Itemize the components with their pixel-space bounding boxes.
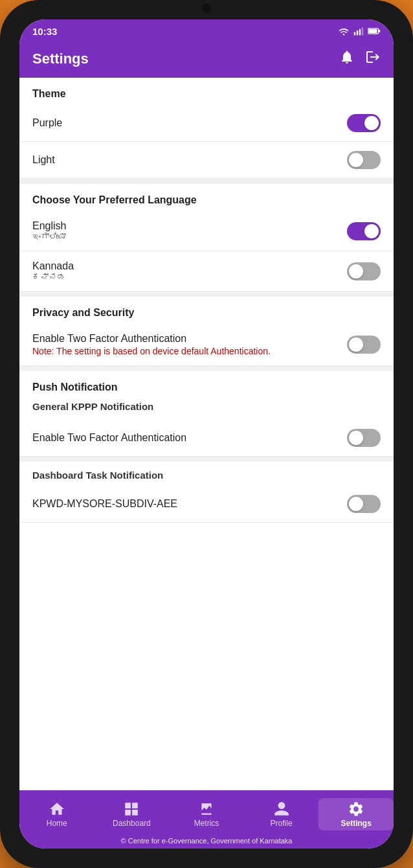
home-icon — [49, 801, 65, 817]
nav-item-home[interactable]: Home — [19, 798, 95, 830]
svg-rect-1 — [357, 30, 358, 35]
status-time: 10:33 — [32, 26, 57, 37]
battery-icon — [368, 27, 381, 35]
nav-item-profile[interactable]: Profile — [244, 798, 319, 830]
light-toggle-knob — [349, 153, 363, 167]
divider-2 — [19, 291, 394, 297]
english-label-block: English ಇಂಗ್ಲೀಷ್ — [32, 220, 66, 242]
bottom-nav: Home Dashboard Metrics Profile — [19, 790, 394, 836]
2fa-label-block: Enable Two Factor Authentication Note: T… — [32, 333, 271, 356]
divider-1 — [19, 179, 394, 184]
nav-label-settings: Settings — [341, 819, 372, 828]
status-bar: 10:33 — [19, 19, 394, 43]
setting-row-english: English ಇಂಗ್ಲೀಷ್ — [19, 211, 394, 251]
setting-row-2fa: Enable Two Factor Authentication Note: T… — [19, 324, 394, 366]
bottom-spacer — [19, 523, 394, 536]
kannada-toggle[interactable] — [347, 262, 381, 280]
light-toggle[interactable] — [347, 151, 381, 169]
nav-label-home: Home — [47, 819, 67, 828]
divider-3 — [19, 366, 394, 371]
page-title: Settings — [32, 51, 89, 67]
2fa-notif-toggle[interactable] — [347, 429, 381, 447]
nav-label-metrics: Metrics — [194, 819, 219, 828]
phone-screen: 10:33 — [19, 19, 394, 849]
profile-icon — [273, 801, 290, 817]
kannada-sublabel: ಕನ್ನಡ — [32, 272, 74, 282]
setting-row-2fa-notif: Enable Two Factor Authentication — [19, 420, 394, 457]
setting-row-kannada: Kannada ಕನ್ನಡ — [19, 251, 394, 291]
setting-row-light: Light — [19, 142, 394, 179]
camera-notch — [202, 4, 211, 13]
wifi-icon — [338, 27, 350, 36]
kpwd-toggle-knob — [349, 497, 363, 511]
svg-rect-3 — [362, 27, 363, 35]
metrics-icon — [198, 801, 215, 817]
nav-item-settings[interactable]: Settings — [318, 798, 394, 830]
dashboard-icon — [123, 801, 140, 817]
app-header: Settings — [19, 43, 394, 78]
english-sublabel: ಇಂಗ್ಲೀಷ್ — [32, 232, 66, 242]
nav-item-dashboard[interactable]: Dashboard — [95, 798, 170, 830]
footer: © Centre for e-Governance, Government of… — [19, 836, 394, 849]
2fa-notif-toggle-knob — [349, 431, 363, 445]
settings-icon — [348, 801, 364, 817]
svg-rect-5 — [379, 30, 381, 32]
purple-label: Purple — [32, 117, 347, 129]
2fa-toggle-knob — [349, 337, 363, 352]
2fa-label: Enable Two Factor Authentication — [32, 333, 271, 345]
kannada-toggle-knob — [349, 264, 363, 279]
general-notif-header: General KPPP Notification — [19, 398, 394, 420]
kpwd-label: KPWD-MYSORE-SUBDIV-AEE — [32, 498, 347, 510]
header-actions — [339, 49, 381, 69]
status-icons — [338, 27, 381, 36]
light-label: Light — [32, 154, 347, 166]
2fa-toggle[interactable] — [347, 336, 381, 354]
purple-toggle-knob — [364, 116, 379, 130]
settings-content: Theme Purple Light Choose Your Preferred… — [19, 78, 394, 790]
2fa-notif-label: Enable Two Factor Authentication — [32, 432, 347, 444]
purple-toggle[interactable] — [347, 114, 381, 132]
svg-rect-2 — [359, 29, 361, 36]
push-notif-header: Push Notification — [19, 371, 394, 398]
nav-label-profile: Profile — [271, 819, 293, 828]
english-label: English — [32, 220, 66, 232]
setting-row-kpwd: KPWD-MYSORE-SUBDIV-AEE — [19, 486, 394, 523]
nav-item-metrics[interactable]: Metrics — [169, 798, 244, 830]
english-toggle-knob — [364, 224, 379, 238]
signal-icon — [353, 27, 364, 36]
kpwd-toggle[interactable] — [347, 495, 381, 513]
svg-rect-6 — [368, 29, 377, 33]
svg-rect-0 — [354, 32, 355, 36]
dashboard-task-header: Dashboard Task Notification — [19, 462, 394, 486]
english-toggle[interactable] — [347, 222, 381, 240]
divider-4 — [19, 457, 394, 462]
nav-label-dashboard: Dashboard — [113, 819, 151, 828]
2fa-note: Note: The setting is based on device def… — [32, 346, 271, 356]
language-section-header: Choose Your Preferred Language — [19, 184, 394, 211]
privacy-section-header: Privacy and Security — [19, 297, 394, 324]
notification-icon[interactable] — [339, 49, 355, 69]
phone-frame: 10:33 — [0, 0, 413, 868]
theme-section-header: Theme — [19, 78, 394, 105]
kannada-label: Kannada — [32, 260, 74, 272]
kannada-label-block: Kannada ಕನ್ನಡ — [32, 260, 74, 282]
logout-icon[interactable] — [365, 49, 381, 69]
setting-row-purple: Purple — [19, 105, 394, 142]
